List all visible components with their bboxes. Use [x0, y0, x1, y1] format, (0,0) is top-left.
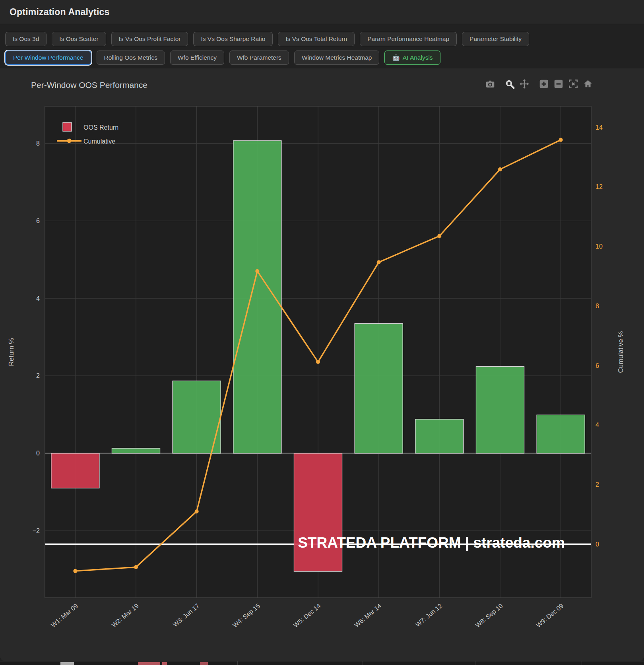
bar-W1: Mar 09 — [51, 453, 99, 488]
bar-W6: Mar 14 — [355, 323, 403, 453]
bar-W8: Sep 10 — [476, 367, 524, 453]
tab-is-vs-oos-sharpe-ratio[interactable]: Is Vs Oos Sharpe Ratio — [193, 32, 273, 46]
tab-param-performance-heatmap[interactable]: Param Performance Heatmap — [360, 32, 457, 46]
tab-row-2: Per Window Performance Rolling Oos Metri… — [0, 51, 644, 65]
table-fragment — [138, 662, 160, 665]
table-divider — [582, 661, 582, 665]
svg-text:W5: Dec 14: W5: Dec 14 — [292, 602, 322, 629]
svg-text:W9: Dec 09: W9: Dec 09 — [535, 602, 565, 629]
zoom-out-icon[interactable] — [553, 79, 564, 89]
camera-icon[interactable] — [485, 79, 495, 89]
tab-per-window-performance[interactable]: Per Window Performance — [5, 51, 91, 65]
table-fragment — [162, 662, 167, 665]
svg-text:4: 4 — [36, 295, 40, 302]
svg-text:0: 0 — [596, 541, 599, 548]
page-title: Optimization Analytics — [10, 7, 109, 18]
left-axis-title: Return % — [8, 338, 15, 366]
tab-is-oos-scatter[interactable]: Is Oos Scatter — [52, 32, 106, 46]
svg-text:W3: Jun 17: W3: Jun 17 — [172, 602, 201, 628]
x-axis-labels: W1: Mar 09W2: Mar 19W3: Jun 17W4: Sep 15… — [50, 602, 565, 629]
partial-table-strip — [0, 661, 644, 665]
svg-text:10: 10 — [596, 243, 603, 250]
tab-wfo-efficiency[interactable]: Wfo Efficiency — [170, 51, 224, 65]
svg-text:W2: Mar 19: W2: Mar 19 — [111, 602, 140, 628]
svg-text:W4: Sep 15: W4: Sep 15 — [231, 602, 261, 629]
app-header: Optimization Analytics — [0, 0, 644, 24]
svg-text:W7: Jun 12: W7: Jun 12 — [414, 602, 443, 628]
svg-text:8: 8 — [596, 303, 599, 309]
autoscale-icon[interactable] — [568, 79, 578, 89]
zoom-in-icon[interactable] — [539, 79, 549, 89]
svg-text:W8: Sep 10: W8: Sep 10 — [474, 602, 504, 629]
svg-text:2: 2 — [596, 481, 599, 488]
svg-text:12: 12 — [596, 183, 603, 190]
table-divider — [363, 661, 363, 665]
tab-rolling-oos-metrics[interactable]: Rolling Oos Metrics — [97, 51, 165, 65]
home-icon[interactable] — [583, 79, 593, 89]
bar-W7: Jun 12 — [415, 419, 464, 453]
table-divider — [475, 661, 475, 665]
zoom-icon[interactable] — [504, 79, 515, 89]
chart-title: Per-Window OOS Performance — [31, 80, 147, 90]
tab-is-vs-oos-profit-factor[interactable]: Is Vs Oos Profit Factor — [111, 32, 188, 46]
watermark: STRATEDA PLATFORM | strateda.com — [298, 535, 565, 551]
bar-W2: Mar 19 — [112, 448, 160, 453]
robot-icon: 🤖 — [392, 54, 400, 61]
svg-text:W6: Mar 14: W6: Mar 14 — [353, 602, 382, 628]
table-fragment — [60, 662, 74, 665]
table-divider — [237, 661, 238, 665]
table-fragment — [200, 662, 208, 665]
svg-text:OOS Return: OOS Return — [83, 124, 118, 131]
tab-row-1: Is Oos 3d Is Oos Scatter Is Vs Oos Profi… — [0, 32, 644, 46]
svg-text:6: 6 — [36, 218, 40, 224]
svg-text:0: 0 — [36, 450, 40, 457]
tab-parameter-stability[interactable]: Parameter Stability — [462, 32, 529, 46]
tab-is-vs-oos-total-return[interactable]: Is Vs Oos Total Return — [278, 32, 355, 46]
tab-ai-analysis[interactable]: 🤖 AI Analysis — [384, 51, 440, 65]
tab-is-oos-3d[interactable]: Is Oos 3d — [5, 32, 47, 46]
svg-text:4: 4 — [596, 422, 599, 428]
performance-chart[interactable]: OOS ReturnCumulative86420−214121086420Re… — [0, 68, 644, 661]
right-axis-title: Cumulative % — [617, 331, 625, 373]
tab-ai-analysis-label: AI Analysis — [403, 54, 433, 61]
tab-wfo-parameters[interactable]: Wfo Parameters — [229, 51, 289, 65]
svg-text:6: 6 — [596, 362, 599, 369]
svg-text:Cumulative: Cumulative — [83, 138, 115, 145]
chart-modebar — [485, 79, 593, 89]
bar-W5: Dec 14 — [294, 453, 342, 572]
svg-text:14: 14 — [596, 124, 603, 131]
chart-card: Per-Window OOS Performance OOS ReturnCum… — [0, 68, 644, 661]
tab-window-metrics-heatmap[interactable]: Window Metrics Heatmap — [294, 51, 380, 65]
svg-text:W1: Mar 09: W1: Mar 09 — [50, 602, 79, 628]
svg-text:8: 8 — [36, 140, 40, 147]
bar-W9: Dec 09 — [537, 415, 585, 453]
svg-text:2: 2 — [36, 372, 40, 379]
pan-icon[interactable] — [519, 79, 530, 89]
svg-text:−2: −2 — [33, 527, 40, 534]
